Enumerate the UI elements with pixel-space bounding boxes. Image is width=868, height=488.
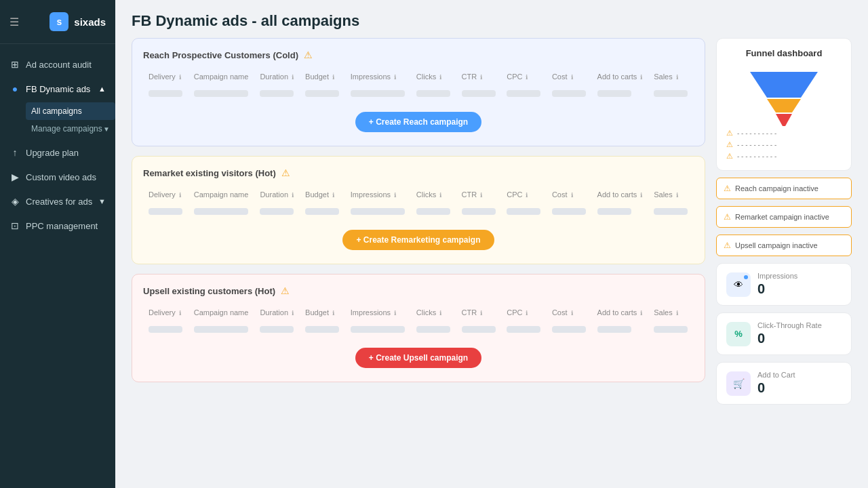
manage-campaigns-label: Manage campaigns [31, 124, 102, 134]
skeleton [260, 90, 294, 97]
sidebar-item-label: FB Dynamic ads [26, 84, 90, 94]
col-campaign-name-ups: Campaign name [189, 304, 255, 321]
col-impressions-ups: Impressions ℹ [345, 304, 411, 321]
ctr-label: Click-Through Rate [757, 321, 842, 329]
col-clicks-cold: Clicks ℹ [411, 68, 456, 85]
alert-label: Reach campaign inactive [735, 184, 818, 192]
col-campaign-name-rem: Campaign name [189, 186, 255, 203]
svg-marker-2 [776, 114, 792, 126]
skeleton [260, 208, 294, 215]
funnel-warn-row-1: ⚠ - - - - - - - - - - [726, 129, 842, 138]
skeleton [416, 326, 450, 333]
sidebar-item-label: Upgrade plan [26, 148, 79, 158]
funnel-dashboard-card: Funnel dashboard ⚠ [716, 38, 852, 171]
sidebar-item-ad-account-audit[interactable]: ⊞ Ad account audit [0, 52, 115, 77]
ctr-icon: % [734, 329, 743, 339]
chevron-down-icon: ▼ [98, 197, 106, 205]
warn-icon-2: ⚠ [726, 140, 733, 149]
col-cpc-cold: CPC ℹ [501, 68, 547, 85]
fb-dynamic-icon: ● [9, 83, 20, 94]
table-row [143, 85, 694, 102]
create-remarketing-campaign-button[interactable]: + Create Remarketing campaign [342, 230, 494, 250]
skeleton [149, 90, 182, 97]
col-add-to-carts-cold: Add to carts ℹ [592, 68, 649, 85]
col-campaign-name-cold: Campaign name [189, 68, 255, 85]
col-add-to-carts-rem: Add to carts ℹ [592, 186, 649, 203]
skeleton [351, 208, 405, 215]
col-budget-rem: Budget ℹ [300, 186, 345, 203]
skeleton [462, 326, 496, 333]
table-row [143, 203, 694, 220]
table-header-row-cold: Delivery ℹ Campaign name Duration ℹ Budg… [143, 68, 694, 85]
col-delivery-rem: Delivery ℹ [143, 186, 189, 203]
add-to-cart-icon: 🛒 [733, 378, 745, 389]
funnel-warn-label-3: - - - - - - - - - - [737, 152, 776, 160]
table-row [143, 321, 694, 338]
col-clicks-ups: Clicks ℹ [411, 304, 456, 321]
funnel-warn-label-1: - - - - - - - - - - [737, 129, 776, 137]
col-duration-rem: Duration ℹ [254, 186, 300, 203]
funnel-visual [726, 65, 842, 126]
skeleton [305, 90, 339, 97]
svg-marker-1 [767, 99, 801, 113]
col-impressions-rem: Impressions ℹ [345, 186, 411, 203]
skeleton [462, 208, 496, 215]
funnel-dashboard-title: Funnel dashboard [726, 48, 842, 58]
skeleton [194, 90, 248, 97]
create-reach-campaign-button[interactable]: + Create Reach campaign [355, 112, 481, 132]
alert-remarket-inactive: ⚠ Remarket campaign inactive [716, 206, 852, 228]
funnel-chart [743, 65, 825, 126]
table-header-row-remarketing: Delivery ℹ Campaign name Duration ℹ Budg… [143, 186, 694, 203]
sidebar-item-custom-video-ads[interactable]: ▶ Custom video ads [0, 165, 115, 189]
campaign-panel-upsell: Upsell existing customers (Hot) ⚠ Delive… [132, 274, 705, 382]
sidebar-item-upgrade-plan[interactable]: ↑ Upgrade plan [0, 140, 115, 165]
skeleton [654, 90, 688, 97]
campaign-header-remarketing: Remarket existing visitors (Hot) ⚠ [143, 167, 694, 178]
alert-reach-inactive: ⚠ Reach campaign inactive [716, 178, 852, 199]
col-cpc-rem: CPC ℹ [501, 186, 547, 203]
add-to-cart-metric-info: Add to Cart 0 [757, 371, 842, 396]
col-delivery-cold: Delivery ℹ [143, 68, 189, 85]
warn-icon-3: ⚠ [726, 152, 733, 161]
sidebar-item-label: Ad account audit [26, 60, 92, 70]
campaigns-column: Reach Prospective Customers (Cold) ⚠ Del… [132, 38, 705, 477]
menu-toggle-icon[interactable]: ☰ [9, 16, 19, 28]
warning-icon-upsell: ⚠ [281, 285, 290, 296]
metric-card-ctr: % Click-Through Rate 0 [716, 312, 852, 355]
video-icon: ▶ [9, 171, 20, 182]
warn-icon: ⚠ [724, 241, 731, 250]
sidebar-item-fb-dynamic-ads[interactable]: ● FB Dynamic ads ▲ [0, 77, 115, 101]
campaign-panel-remarketing: Remarket existing visitors (Hot) ⚠ Deliv… [132, 156, 705, 264]
fb-dynamic-submenu: All campaigns Manage campaigns ▼ [0, 101, 115, 140]
campaign-title-upsell: Upsell existing customers (Hot) [143, 286, 275, 296]
sidebar-item-all-campaigns[interactable]: All campaigns [26, 102, 115, 120]
skeleton [654, 208, 688, 215]
skeleton [654, 326, 688, 333]
brand-name: sixads [74, 16, 106, 28]
skeleton [552, 90, 586, 97]
sidebar-item-creatives-for-ads[interactable]: ◈ Creatives for ads ▼ [0, 189, 115, 214]
skeleton [597, 326, 631, 333]
sidebar-item-ppc-management[interactable]: ⊡ PPC management [0, 214, 115, 238]
sidebar-item-manage-campaigns[interactable]: Manage campaigns ▼ [26, 120, 115, 138]
campaign-panel-cold: Reach Prospective Customers (Cold) ⚠ Del… [132, 38, 705, 146]
alert-label: Remarket campaign inactive [735, 213, 829, 221]
col-add-to-carts-ups: Add to carts ℹ [592, 304, 649, 321]
col-ctr-ups: CTR ℹ [456, 304, 502, 321]
create-upsell-campaign-button[interactable]: + Create Upsell campaign [355, 348, 481, 368]
col-duration-ups: Duration ℹ [254, 304, 300, 321]
add-to-cart-value: 0 [757, 380, 842, 396]
skeleton [507, 208, 540, 215]
skeleton [552, 326, 586, 333]
col-sales-rem: Sales ℹ [648, 186, 694, 203]
col-delivery-ups: Delivery ℹ [143, 304, 189, 321]
sidebar: ☰ s sixads ⊞ Ad account audit ● FB Dynam… [0, 0, 115, 488]
skeleton [507, 326, 540, 333]
metric-card-add-to-cart: 🛒 Add to Cart 0 [716, 362, 852, 405]
skeleton [351, 326, 405, 333]
app-logo: s [50, 12, 68, 31]
skeleton [416, 208, 450, 215]
ppc-icon: ⊡ [9, 220, 20, 231]
skeleton [305, 326, 339, 333]
col-cpc-ups: CPC ℹ [501, 304, 547, 321]
